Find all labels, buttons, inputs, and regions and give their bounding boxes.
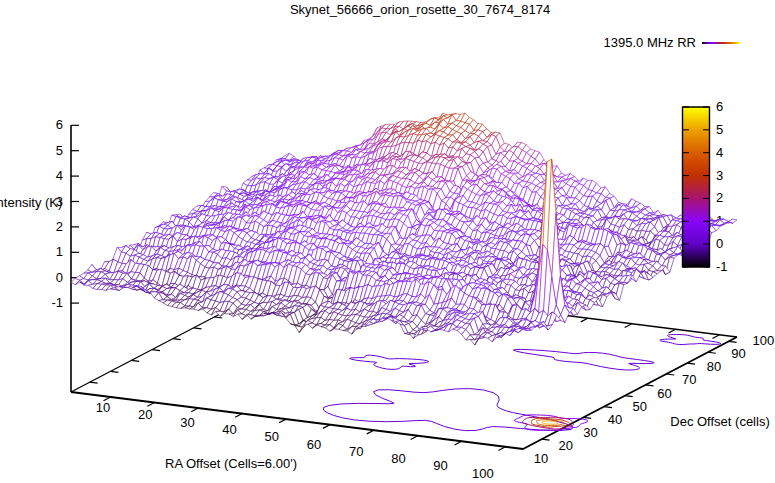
z-tick-label: 4 bbox=[56, 169, 63, 183]
z-tick-label: 0 bbox=[56, 271, 63, 285]
x-tick-label: 70 bbox=[349, 445, 363, 459]
y-tick-label: 90 bbox=[731, 347, 745, 361]
y-tick-label: 80 bbox=[707, 360, 721, 374]
z-tick-label: 5 bbox=[56, 144, 63, 158]
colorbar-tick-label: 6 bbox=[716, 100, 723, 114]
y-tick-label: 60 bbox=[657, 387, 671, 401]
surface-plot-canvas bbox=[0, 0, 775, 483]
x-tick-label: 80 bbox=[391, 452, 405, 466]
legend-series-label: 1395.0 MHz RR bbox=[604, 36, 696, 50]
colorbar-tick-label: 5 bbox=[716, 123, 723, 137]
x-tick-label: 60 bbox=[307, 438, 321, 452]
z-tick-label: 2 bbox=[56, 220, 63, 234]
x-axis-label: RA Offset (Cells=6.00') bbox=[165, 457, 297, 471]
x-tick-label: 10 bbox=[96, 401, 110, 415]
colorbar-tick-label: 1 bbox=[716, 214, 723, 228]
x-tick-label: 20 bbox=[138, 408, 152, 422]
legend-line-sample bbox=[702, 42, 740, 44]
y-tick-label: 20 bbox=[558, 439, 572, 453]
z-tick-label: 6 bbox=[56, 118, 63, 132]
x-tick-label: 40 bbox=[222, 423, 236, 437]
y-axis-label: Dec Offset (cells) bbox=[670, 415, 769, 429]
y-tick-label: 50 bbox=[633, 400, 647, 414]
z-tick-label: -1 bbox=[51, 296, 63, 310]
colorbar-tick-label: 2 bbox=[716, 191, 723, 205]
y-tick-label: 40 bbox=[608, 413, 622, 427]
x-tick-label: 100 bbox=[472, 467, 494, 481]
y-tick-label: 10 bbox=[534, 452, 548, 466]
y-tick-label: 70 bbox=[682, 373, 696, 387]
x-tick-label: 30 bbox=[180, 416, 194, 430]
colorbar-tick-label: -1 bbox=[716, 260, 728, 274]
colorbar-tick-label: 3 bbox=[716, 169, 723, 183]
colorbar-tick-label: 4 bbox=[716, 146, 723, 160]
surface-plot-figure: Skynet_56666_orion_rosette_30_7674_8174 … bbox=[0, 0, 775, 483]
colorbar-tick-label: 0 bbox=[716, 237, 723, 251]
y-tick-label: 30 bbox=[583, 426, 597, 440]
y-tick-label: 100 bbox=[752, 334, 774, 348]
x-tick-label: 50 bbox=[265, 430, 279, 444]
z-tick-label: 3 bbox=[56, 195, 63, 209]
plot-title: Skynet_56666_orion_rosette_30_7674_8174 bbox=[290, 3, 550, 17]
z-axis-label: Intensity (K) bbox=[0, 196, 62, 210]
x-tick-label: 90 bbox=[433, 459, 447, 473]
z-tick-label: 1 bbox=[56, 245, 63, 259]
